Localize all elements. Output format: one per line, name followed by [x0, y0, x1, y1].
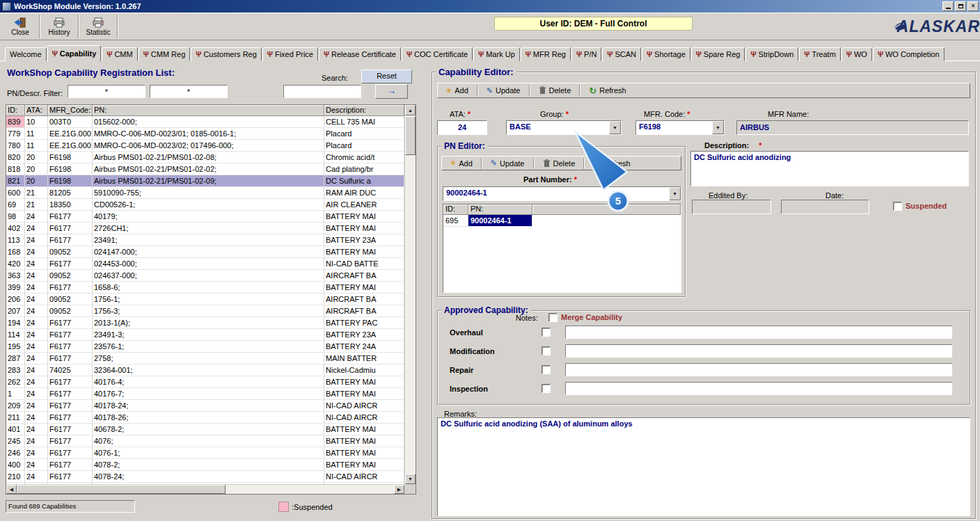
scroll-down-button[interactable]: ▼ [405, 474, 416, 484]
table-row[interactable]: 24524F61774076;BATTERY MAI [6, 435, 404, 447]
approved-modification-checkbox[interactable] [542, 346, 551, 355]
merge-capability-checkbox[interactable] [548, 313, 558, 322]
column-header-description[interactable]: Description: [324, 105, 404, 116]
tab-treatm[interactable]: ΨTreatm [799, 47, 841, 61]
table-row[interactable]: 21124F617740178-26;NI-CAD AIRCR [6, 412, 404, 424]
reset-button[interactable]: Reset [361, 70, 412, 83]
pn-grid-pn-header[interactable]: PN: [468, 205, 532, 215]
approved-repair-checkbox[interactable] [542, 365, 551, 374]
mfr-code-combobox[interactable]: F6198 ▼ [635, 120, 725, 135]
table-row[interactable]: 24624F61774076-1;BATTERY MAI [6, 447, 404, 459]
tab-spare-reg[interactable]: ΨSpare Reg [691, 47, 745, 61]
tab-cmm-reg[interactable]: ΨCMM Reg [139, 47, 191, 61]
table-row[interactable]: 124F617740176-7;BATTERY MAI [6, 388, 404, 400]
table-row[interactable]: 42024F6177024453-000;NI-CAD BATTE [6, 258, 404, 270]
tab-release-certificate[interactable]: ΨRelease Certificate [319, 47, 401, 61]
approved-modification-notes-input[interactable] [565, 344, 952, 358]
table-row[interactable]: 28724F61772758;MAIN BATTER [6, 353, 404, 364]
capability-table-body[interactable]: 83910003T0015602-000;CELL 735 MAI77911EE… [6, 116, 404, 484]
horizontal-scrollbar[interactable]: ◀ ▶ [6, 484, 404, 494]
table-row[interactable]: 9824F617740179;BATTERY MAI [6, 211, 404, 223]
approved-inspection-checkbox[interactable] [542, 384, 551, 393]
filter-input-2[interactable] [150, 85, 228, 98]
maximize-button[interactable] [955, 1, 966, 11]
tab-p-n[interactable]: ΨP/N [571, 47, 601, 61]
table-row[interactable]: 20724090521756-3;AIRCRAFT BA [6, 305, 404, 317]
pn-add-button[interactable]: ✳Add [445, 157, 477, 170]
column-header-mfrcode[interactable]: MFR_Code: [48, 105, 93, 116]
statistic-button[interactable]: Statistic [81, 14, 115, 39]
vertical-scrollbar[interactable]: ▲ ▼ [404, 105, 416, 484]
table-row[interactable]: 20624090521756-1;AIRCRAFT BA [6, 294, 404, 305]
remarks-input[interactable]: DC Sulfuric acid anodizing (SAA) of alum… [437, 417, 970, 516]
table-row[interactable]: 692118350CD00526-1;AIR CLEANER [6, 199, 404, 211]
table-row[interactable]: 39924F61771658-6;BATTERY MAI [6, 282, 404, 294]
tab-capability[interactable]: ΨCapability [47, 45, 102, 62]
table-row[interactable]: 11424F617723491-3;BATTERY 23A [6, 329, 404, 341]
column-header-pn[interactable]: PN: [93, 105, 324, 116]
tab-shortage[interactable]: ΨShortage [642, 47, 690, 61]
table-row[interactable]: 11324F617723491;BATTERY 23A [6, 234, 404, 246]
tab-welcome[interactable]: Welcome [5, 47, 47, 61]
scroll-up-button[interactable]: ▲ [405, 105, 416, 115]
table-row[interactable]: 40024F61774078-2;BATTERY MAI [6, 459, 404, 471]
table-row[interactable]: 40124F617740678-2;BATTERY MAI [6, 424, 404, 435]
approved-overhaul-notes-input[interactable] [565, 326, 952, 339]
ata-input[interactable]: 24 [437, 120, 487, 135]
pn-grid-row[interactable]: 695 90002464-1 [443, 215, 532, 227]
tab-stripdown[interactable]: ΨStripDown [745, 47, 798, 61]
table-row[interactable]: 283247402532364-001;Nickel-Cadmiu [6, 364, 404, 376]
editor-update-button[interactable]: ✎Update [482, 84, 525, 97]
tab-mfr-reg[interactable]: ΨMFR Reg [521, 47, 571, 61]
ata-label: ATA:* [450, 110, 471, 118]
pn-update-button[interactable]: ✎Update [486, 157, 530, 170]
editor-add-button[interactable]: ✳Add [441, 84, 473, 97]
table-row[interactable]: 81820F6198Airbus PMS01-02-21/PMS01-02-02… [6, 163, 404, 175]
description-input[interactable]: DC Sulfuric acid anodizing [690, 151, 969, 186]
tab-wo[interactable]: ΨWO [841, 47, 872, 61]
editor-delete-button[interactable]: Delete [534, 84, 576, 97]
minimize-button[interactable] [942, 1, 954, 11]
approved-overhaul-checkbox[interactable] [542, 328, 551, 337]
suspended-checkbox[interactable] [893, 202, 902, 211]
table-row[interactable]: 1682409052024147-000;BATTERY MAI [6, 246, 404, 258]
approved-repair-notes-input[interactable] [565, 363, 952, 376]
table-row[interactable]: 26224F617740176-4;BATTERY MAI [6, 376, 404, 388]
tab-coc-certificate[interactable]: ΨCOC Certificate [402, 47, 473, 61]
pn-grid-id-header[interactable]: ID: [443, 205, 468, 215]
tab-mark-up[interactable]: ΨMark Up [473, 47, 520, 61]
filter-input-1[interactable] [68, 85, 145, 98]
table-row[interactable]: 82120F6198Airbus PMS01-02-21/PMS01-02-09… [6, 175, 404, 187]
column-header-id[interactable]: ID: [6, 105, 25, 116]
chevron-down-icon[interactable]: ▼ [712, 121, 724, 134]
table-row[interactable]: 20924F617740178-24;NI-CAD AIRCR [6, 400, 404, 412]
table-row[interactable]: 82020F6198Airbus PMS01-02-21/PMS01-02-08… [6, 152, 404, 163]
tab-fixed-price[interactable]: ΨFixed Price [262, 47, 318, 61]
approved-inspection-notes-input[interactable] [565, 382, 952, 395]
close-window-button[interactable]: ✕ [967, 1, 979, 11]
table-row[interactable]: 60021812055910090-755;RAM AIR DUC [6, 187, 404, 199]
table-row[interactable]: 78011EE.21G.0001MMRO-C-006-MD-0023/02; 0… [6, 140, 404, 152]
table-row[interactable]: 21024F61774078-24;NI-CAD AIRCR [6, 471, 404, 483]
horizontal-scroll-thumb[interactable] [17, 485, 226, 494]
tab-cmm[interactable]: ΨCMM [102, 47, 137, 61]
close-button[interactable]: Close [3, 14, 37, 39]
table-row[interactable]: 19424F61772013-1(A);BATTERY PAC [6, 317, 404, 329]
tab-customers-reg[interactable]: ΨCustomers Reg [191, 47, 262, 61]
search-input[interactable] [283, 85, 361, 98]
table-row[interactable]: 3632409052024637-000;AIRCRAFT BA [6, 270, 404, 282]
history-button[interactable]: History [42, 14, 76, 39]
scroll-left-button[interactable]: ◀ [6, 485, 17, 494]
tab-wo-completion[interactable]: ΨWO Completion [873, 47, 945, 61]
editor-refresh-button[interactable]: ↻Refresh [584, 84, 631, 97]
table-row[interactable]: 77911EE.21G.0001MMRO-C-006-MD-0023/01; 0… [6, 128, 404, 140]
table-row[interactable]: 83910003T0015602-000;CELL 735 MAI [6, 116, 404, 128]
chevron-down-icon[interactable]: ▼ [669, 187, 681, 200]
tab-scan[interactable]: ΨSCAN [602, 47, 641, 61]
table-row[interactable]: 40224F61772726CH1;BATTERY MAI [6, 223, 404, 234]
column-header-ata[interactable]: ATA: [25, 105, 48, 116]
scroll-right-button[interactable]: ▶ [394, 485, 404, 494]
vertical-scroll-thumb[interactable] [405, 116, 416, 155]
apply-filter-button[interactable]: → [375, 84, 408, 99]
table-row[interactable]: 19524F617723576-1;BATTERY 24A [6, 341, 404, 353]
